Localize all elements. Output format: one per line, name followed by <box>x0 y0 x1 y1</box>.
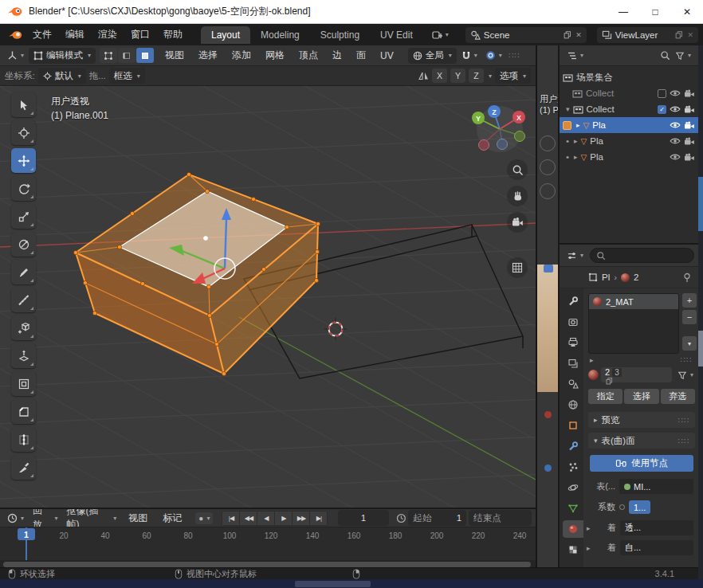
expand-icon[interactable]: ▸ <box>590 356 594 364</box>
assign-button[interactable]: 指定 <box>588 389 622 404</box>
expand-icon[interactable]: ▸ <box>587 524 593 532</box>
tab-output[interactable] <box>563 334 583 351</box>
tab-object-data[interactable] <box>563 500 583 517</box>
timeline-view-menu[interactable]: 视图 <box>122 509 154 527</box>
tool-annotate-button[interactable] <box>11 260 36 284</box>
tool-move-button[interactable] <box>11 148 36 173</box>
tab-texture[interactable] <box>563 541 583 559</box>
frame-end-field[interactable]: 结束点 <box>469 510 532 526</box>
timeline-ruler[interactable]: 20 40 60 80 100 120 140 160 180 200 220 … <box>0 527 536 560</box>
collection-row[interactable]: Collect <box>560 85 698 101</box>
tab-object[interactable] <box>563 417 583 434</box>
tab-particles[interactable] <box>563 458 583 476</box>
collection-row[interactable]: ▾ Collect ✓ <box>560 101 698 117</box>
hide-eye-icon[interactable] <box>670 137 681 145</box>
close-button[interactable]: ✕ <box>671 0 703 24</box>
header-grip[interactable]: ∷∷ <box>509 51 520 60</box>
tab-sculpting[interactable]: Sculpting <box>310 26 370 44</box>
tab-modeling[interactable]: Modeling <box>250 26 310 44</box>
panel-grip[interactable]: ∷∷ <box>677 416 689 425</box>
surface-shader-dropdown[interactable]: MI... <box>619 479 693 494</box>
timeline-editor-button[interactable]: ▾ <box>4 512 27 525</box>
camera-visibility-icon[interactable] <box>684 121 695 130</box>
tool-loopcut-button[interactable] <box>11 427 36 452</box>
tool-inset-button[interactable] <box>11 371 36 396</box>
material-slot-item[interactable]: 2_MAT <box>589 294 678 309</box>
tab-physics[interactable] <box>563 479 583 496</box>
users-count-badge[interactable]: 3 <box>612 368 622 377</box>
outliner-filter-button[interactable]: ▾ <box>672 49 694 62</box>
hide-eye-icon[interactable] <box>670 89 681 97</box>
outliner-editor-button[interactable]: ▾ <box>564 49 587 62</box>
object-row-selected[interactable]: ▸ ▽ Pla <box>560 117 698 133</box>
object-row[interactable]: • ▸ ▽ Pla <box>560 133 698 149</box>
camera-visibility-icon[interactable] <box>684 153 695 162</box>
face-select-button[interactable] <box>136 48 154 63</box>
tab-scene[interactable] <box>563 375 583 393</box>
properties-editor-button[interactable]: ▾ <box>564 249 587 262</box>
breadcrumb-material[interactable]: 2 <box>634 272 638 282</box>
add-material-slot-button[interactable]: + <box>682 293 697 308</box>
add-workspace-button[interactable]: ▾ <box>429 29 452 41</box>
expand-caret-icon[interactable]: ▸ <box>574 137 578 145</box>
shader-a-dropdown[interactable]: 透... <box>620 520 693 535</box>
menu-edit[interactable]: 编辑 <box>59 25 91 44</box>
jump-to-start-button[interactable]: |◀ <box>222 512 239 525</box>
keyframe-dot-icon[interactable] <box>619 504 625 510</box>
frame-start-field[interactable]: 起始 1 <box>408 510 466 526</box>
prev-keyframe-button[interactable]: ◀◀ <box>240 512 257 525</box>
tool-bevel-button[interactable] <box>11 399 36 424</box>
material-filter-button[interactable]: ▾ <box>674 369 697 382</box>
tab-viewlayer[interactable] <box>563 355 583 372</box>
select-button[interactable]: 选择 <box>624 389 658 404</box>
tool-knife-button[interactable] <box>11 455 36 480</box>
tool-extrude-button[interactable] <box>11 343 36 368</box>
narrow-zoom-icon[interactable] <box>540 135 556 151</box>
menu-vertex[interactable]: 顶点 <box>293 46 324 65</box>
keying-menu[interactable]: 抠像(插帧) ▾ <box>63 509 120 527</box>
viewport-body[interactable]: Z X Y 用户透视 (1) Plane.001 <box>0 86 536 508</box>
hide-eye-icon[interactable] <box>670 105 681 113</box>
play-reverse-button[interactable]: ◀ <box>257 512 274 525</box>
factor-slider[interactable]: 1... <box>629 500 650 514</box>
tool-select-box-button[interactable] <box>11 92 36 117</box>
tab-tool[interactable] <box>563 292 583 310</box>
playhead-badge[interactable]: 1 <box>18 528 35 540</box>
tool-rotate-button[interactable] <box>11 176 36 201</box>
menu-face[interactable]: 面 <box>350 46 372 65</box>
tab-layout[interactable]: Layout <box>201 26 250 44</box>
menu-window[interactable]: 窗口 <box>124 25 156 44</box>
play-button[interactable]: ▶ <box>275 512 292 525</box>
transform-preset-selector[interactable]: 默认 ▾ <box>38 68 86 84</box>
menu-select[interactable]: 选择 <box>192 46 224 65</box>
new-scene-icon[interactable] <box>563 30 572 40</box>
options-dropdown[interactable]: 选项 ▾ <box>495 68 531 84</box>
exclude-checkbox[interactable]: ✓ <box>658 105 666 114</box>
next-keyframe-button[interactable]: ▶▶ <box>293 512 309 525</box>
new-viewlayer-icon[interactable] <box>674 30 684 40</box>
shader-b-dropdown[interactable]: 自... <box>620 540 693 555</box>
mirror-x-button[interactable]: X <box>432 69 447 83</box>
tab-modifiers[interactable] <box>563 437 583 455</box>
use-nodes-button[interactable]: 使用节点 <box>590 455 693 472</box>
camera-view-icon[interactable] <box>507 212 528 233</box>
menu-file[interactable]: 文件 <box>26 25 58 44</box>
expand-caret-icon[interactable]: ▸ <box>576 121 580 129</box>
scrollbar-thumb[interactable] <box>3 562 531 567</box>
editor-type-button[interactable]: ▾ <box>4 49 27 62</box>
camera-visibility-icon[interactable] <box>684 89 695 98</box>
object-row[interactable]: • ▸ ▽ Pla <box>560 149 698 165</box>
camera-visibility-icon[interactable] <box>684 105 695 114</box>
tool-add-cube-button[interactable] <box>11 316 36 340</box>
tab-world[interactable] <box>563 396 583 414</box>
minimize-button[interactable]: — <box>607 0 639 24</box>
tool-transform-button[interactable] <box>11 232 36 257</box>
menu-edge[interactable]: 边 <box>326 46 348 65</box>
preview-panel-header[interactable]: ▸ 预览 ∷∷ <box>588 412 695 428</box>
remove-material-slot-button[interactable]: − <box>682 310 697 324</box>
hide-eye-icon[interactable] <box>670 153 681 161</box>
maximize-button[interactable]: □ <box>639 0 671 24</box>
exclude-checkbox[interactable] <box>658 89 666 98</box>
auto-keyframe-button[interactable]: ● ▾ <box>195 512 213 524</box>
expand-caret-icon[interactable]: ▸ <box>574 153 578 161</box>
